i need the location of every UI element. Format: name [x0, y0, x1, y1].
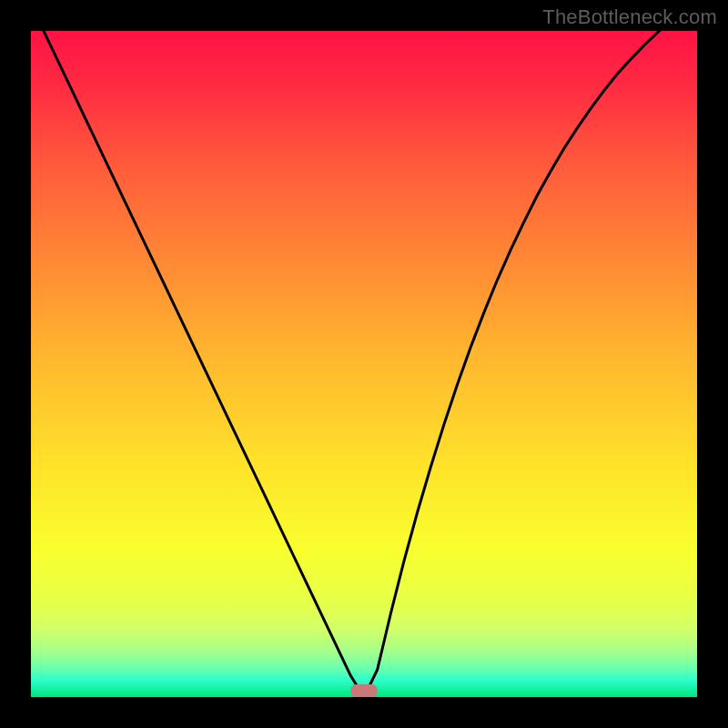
minimum-marker	[350, 684, 377, 697]
watermark-label: TheBottleneck.com	[542, 5, 717, 29]
bottleneck-chart	[0, 0, 728, 728]
chart-frame: TheBottleneck.com	[0, 0, 728, 728]
gradient-background	[31, 31, 697, 697]
